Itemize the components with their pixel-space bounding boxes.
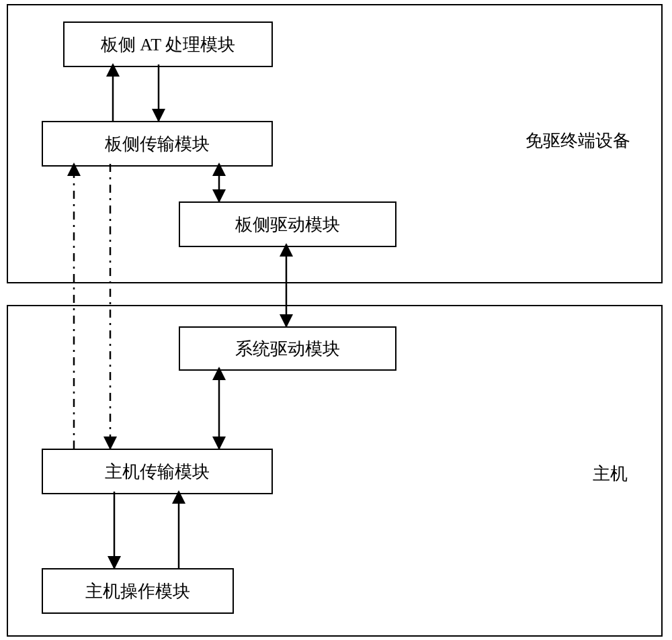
label-terminal-device: 免驱终端设备 <box>526 129 630 152</box>
module-host-tx-label: 主机传输模块 <box>105 460 210 484</box>
module-board-drv-label: 板侧驱动模块 <box>235 213 340 236</box>
module-host-op-label: 主机操作模块 <box>85 580 190 603</box>
module-board-tx: 板侧传输模块 <box>42 121 273 167</box>
module-host-tx: 主机传输模块 <box>42 449 273 494</box>
module-sys-drv: 系统驱动模块 <box>179 326 396 371</box>
module-board-at: 板侧 AT 处理模块 <box>63 21 273 67</box>
module-host-op: 主机操作模块 <box>42 568 234 614</box>
module-board-drv: 板侧驱动模块 <box>179 201 396 247</box>
diagram-canvas: 免驱终端设备 主机 板侧 AT 处理模块 板侧传输模块 板侧驱动模块 系统驱动模… <box>0 0 672 640</box>
module-board-at-label: 板侧 AT 处理模块 <box>101 33 235 56</box>
label-host: 主机 <box>593 462 628 486</box>
module-sys-drv-label: 系统驱动模块 <box>235 337 340 361</box>
module-board-tx-label: 板侧传输模块 <box>105 132 210 156</box>
